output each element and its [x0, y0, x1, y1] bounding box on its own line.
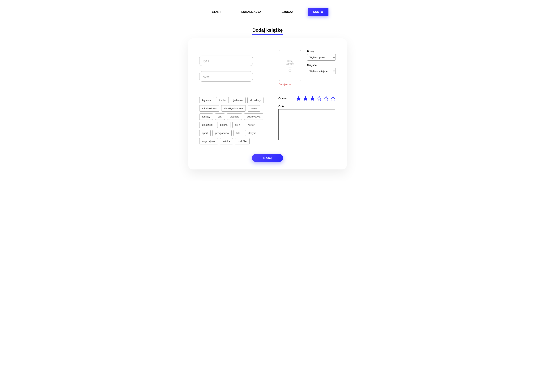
image-box-text-line2: zdjęcie [286, 62, 293, 65]
rating-label: Ocena [278, 97, 287, 100]
star-icon[interactable] [310, 96, 315, 101]
image-box-text-line1: Dodaj [287, 60, 293, 62]
main-nav: START LOKALIZACJA SZUKAJ KONTO [0, 4, 535, 20]
author-input[interactable] [199, 71, 253, 82]
nav-item-szukaj[interactable]: SZUKAJ [276, 8, 298, 16]
image-and-selects: Dodaj zdjęcie + Dodaj obraz. Pokój Wybie… [279, 50, 336, 86]
tag-chip[interactable]: biografia [227, 113, 242, 120]
tag-chip[interactable]: fakt [234, 130, 243, 136]
tag-chip[interactable]: fantasy [199, 113, 213, 120]
nav-item-konto[interactable]: KONTO [308, 8, 329, 16]
rating-desc-block: Ocena Opis [278, 86, 336, 141]
image-upload-box[interactable]: Dodaj zdjęcie + [279, 50, 301, 81]
nav-item-lokalizacja[interactable]: LOKALIZACJA [236, 8, 267, 16]
room-select[interactable]: Wybierz pokój [307, 54, 336, 61]
place-select[interactable]: Wybierz miejsce [307, 68, 336, 74]
star-icon[interactable] [317, 96, 322, 101]
tag-chip[interactable]: nauka [248, 105, 260, 112]
tag-chip[interactable]: piękna [217, 122, 230, 128]
tag-chip[interactable]: kryminał [199, 97, 214, 103]
page-title: Dodaj książkę [252, 28, 283, 35]
tag-chip[interactable]: publicystyka [244, 113, 263, 120]
tag-chip[interactable]: obyczajowa [199, 138, 218, 145]
form-card: Dodaj zdjęcie + Dodaj obraz. Pokój Wybie… [188, 38, 347, 169]
rating-row: Ocena [278, 96, 336, 101]
plus-circle-icon: + [288, 67, 292, 72]
tag-chip[interactable]: detektywistyczna [221, 105, 246, 112]
title-input[interactable] [199, 56, 253, 66]
room-label: Pokój [307, 50, 336, 53]
image-upload-group: Dodaj zdjęcie + Dodaj obraz. [279, 50, 301, 86]
place-label: Miejsce [307, 64, 336, 67]
tag-chip[interactable]: jedzenie [231, 97, 245, 103]
tag-chip[interactable]: horror [245, 122, 257, 128]
tag-chip[interactable]: sztuka [220, 138, 233, 145]
star-icon[interactable] [331, 96, 336, 101]
tag-chip[interactable]: przygodowa [212, 130, 232, 136]
star-icon[interactable] [296, 96, 301, 101]
nav-item-start[interactable]: START [206, 8, 226, 16]
star-icon[interactable] [324, 96, 329, 101]
star-icon[interactable] [303, 96, 308, 101]
description-textarea[interactable] [278, 109, 335, 140]
stars-container [296, 96, 336, 101]
description-label: Opis [278, 105, 336, 108]
room-select-group: Pokój Wybierz pokój [307, 50, 336, 61]
page-title-wrap: Dodaj książkę [0, 28, 535, 35]
tag-chip[interactable]: sci-fi [232, 122, 243, 128]
submit-wrap: Dodaj [199, 154, 336, 162]
tag-chip[interactable]: do szkoły [247, 97, 263, 103]
selects-column: Pokój Wybierz pokój Miejsce Wybierz miej… [307, 50, 336, 74]
description-group: Opis [278, 105, 336, 141]
tag-chip[interactable]: thriller [216, 97, 229, 103]
tag-chip[interactable]: dla dzieci [199, 122, 215, 128]
tag-chip[interactable]: sport [199, 130, 211, 136]
submit-button[interactable]: Dodaj [252, 154, 283, 162]
image-error-text: Dodaj obraz. [279, 83, 301, 86]
place-select-group: Miejsce Wybierz miejsce [307, 64, 336, 74]
text-inputs-column [199, 50, 279, 82]
tag-chip[interactable]: klasyka [245, 130, 259, 136]
tag-chip[interactable]: młodzieżowa [199, 105, 219, 112]
tag-chip[interactable]: cykl [215, 113, 225, 120]
tags-container: kryminałthrillerjedzeniedo szkołymłodzie… [199, 97, 264, 145]
tag-chip[interactable]: podróże [235, 138, 249, 145]
